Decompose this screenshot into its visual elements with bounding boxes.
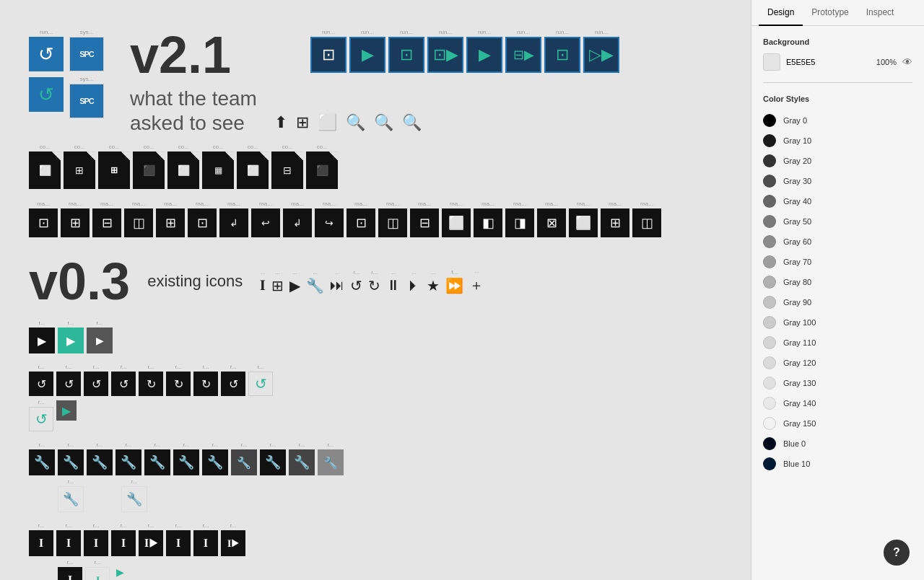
sel-icon-19[interactable]: ⊞ xyxy=(601,208,629,237)
color-style-gray20[interactable]: Gray 20 xyxy=(763,151,912,171)
inline-icon-replay[interactable]: ↺ xyxy=(350,277,362,294)
wrench-5[interactable]: 🔧 xyxy=(144,449,170,475)
ref-8[interactable]: ↺ xyxy=(221,372,245,396)
color-style-gray60[interactable]: Gray 60 xyxy=(763,232,912,252)
sel-icon-7[interactable]: ↲ xyxy=(219,208,248,237)
sel-icon-8[interactable]: ↩ xyxy=(251,208,280,237)
color-style-gray140[interactable]: Gray 140 xyxy=(763,393,912,413)
sel-icon-18[interactable]: ⬜ xyxy=(569,208,598,237)
visibility-toggle-icon[interactable]: 👁 xyxy=(902,56,912,68)
wrench-6[interactable]: 🔧 xyxy=(173,449,199,475)
run-icon-6[interactable]: ⊟▶ xyxy=(505,37,541,73)
file-icon-4[interactable]: ⬛ xyxy=(133,151,165,189)
tab-design[interactable]: Design xyxy=(759,0,803,26)
play-row1-2[interactable]: ▶ xyxy=(58,328,84,353)
color-style-gray150[interactable]: Gray 150 xyxy=(763,413,912,434)
tab-prototype[interactable]: Prototype xyxy=(803,0,857,26)
sel-icon-6[interactable]: ⊡ xyxy=(188,208,217,237)
frame-thumb-2[interactable]: SPC xyxy=(69,37,104,71)
wrench-2[interactable]: 🔧 xyxy=(58,449,84,475)
sel-icon-2[interactable]: ⊞ xyxy=(61,208,90,237)
wrench-3[interactable]: 🔧 xyxy=(87,449,113,475)
cur-2[interactable]: 𝐈 xyxy=(56,530,81,556)
file-icon-5[interactable]: ⬜ xyxy=(167,151,199,189)
color-style-gray50[interactable]: Gray 50 xyxy=(763,211,912,232)
help-button[interactable]: ? xyxy=(884,540,910,566)
sel-icon-4[interactable]: ◫ xyxy=(124,208,153,237)
ref-7[interactable]: ↻ xyxy=(193,372,218,396)
run-icon-7[interactable]: ⊡ xyxy=(544,37,580,73)
sel-icon-12[interactable]: ◫ xyxy=(378,208,407,237)
color-style-gray70[interactable]: Gray 70 xyxy=(763,252,912,272)
sel-icon-1[interactable]: ⊡ xyxy=(29,208,58,237)
frame-thumb-4[interactable]: SPC xyxy=(69,84,104,118)
inline-icon-wrench[interactable]: 🔧 xyxy=(306,277,324,294)
wrench-4[interactable]: 🔧 xyxy=(116,449,141,475)
color-style-gray0[interactable]: Gray 0 xyxy=(763,110,912,131)
ref-9[interactable]: ↺ xyxy=(248,372,273,396)
cur-sub2[interactable]: 𝐈 xyxy=(85,567,110,580)
background-color-hex[interactable]: E5E5E5 xyxy=(786,58,871,66)
color-style-blue0[interactable]: Blue 0 xyxy=(763,434,912,454)
file-icon-9[interactable]: ⬛ xyxy=(306,151,338,189)
sel-icon-17[interactable]: ⊠ xyxy=(537,208,566,237)
inline-icon-plus[interactable]: ＋ xyxy=(469,276,484,295)
wrench-teal2[interactable]: 🔧 xyxy=(121,486,147,512)
inline-icon-grid[interactable]: ⊞ xyxy=(271,277,284,294)
wrench-10[interactable]: 🔧 xyxy=(289,449,315,475)
inline-icon-playcircle[interactable]: ⏵ xyxy=(406,277,421,294)
ref-6[interactable]: ↻ xyxy=(166,372,191,396)
frame-thumb-3[interactable]: ↺ xyxy=(29,77,64,112)
cur-5[interactable]: 𝐈▶ xyxy=(139,530,163,556)
run-icon-1[interactable]: ⊡ xyxy=(310,37,346,73)
ref-extra2[interactable]: ▶ xyxy=(56,400,77,421)
color-style-gray90[interactable]: Gray 90 xyxy=(763,292,912,312)
cur-4[interactable]: 𝐈 xyxy=(111,530,136,556)
wrench-7[interactable]: 🔧 xyxy=(202,449,228,475)
file-icon-6[interactable]: ▦ xyxy=(202,151,234,189)
color-style-blue10[interactable]: Blue 10 xyxy=(763,454,912,474)
wrench-11[interactable]: 🔧 xyxy=(318,449,344,475)
sel-icon-20[interactable]: ◫ xyxy=(632,208,661,237)
run-icon-3[interactable]: ⊡ xyxy=(388,37,424,73)
run-icon-2[interactable]: ▶ xyxy=(349,37,385,73)
sel-icon-14[interactable]: ⬜ xyxy=(442,208,471,237)
color-style-gray120[interactable]: Gray 120 xyxy=(763,353,912,373)
ref-3[interactable]: ↺ xyxy=(84,372,108,396)
run-icon-8[interactable]: ▷▶ xyxy=(583,37,619,73)
ref-2[interactable]: ↺ xyxy=(56,372,81,396)
wrench-teal1[interactable]: 🔧 xyxy=(58,486,84,512)
sel-icon-9[interactable]: ↲ xyxy=(283,208,312,237)
inline-icon-skip[interactable]: ⏭ xyxy=(330,277,344,294)
wrench-8[interactable]: 🔧 xyxy=(231,449,257,475)
sel-icon-3[interactable]: ⊟ xyxy=(92,208,121,237)
play-row1-1[interactable]: ▶ xyxy=(29,328,55,353)
canvas-area[interactable]: run... ↺ sys... SPC ↺ sys... SP xyxy=(0,0,751,580)
color-style-gray10[interactable]: Gray 10 xyxy=(763,131,912,151)
background-opacity[interactable]: 100% xyxy=(876,58,897,66)
sel-icon-13[interactable]: ⊟ xyxy=(410,208,439,237)
wrench-9[interactable]: 🔧 xyxy=(260,449,286,475)
file-icon-2[interactable]: ⊞ xyxy=(64,151,95,189)
cur-3[interactable]: 𝐈 xyxy=(84,530,108,556)
inline-icon-pause[interactable]: ⏸ xyxy=(386,277,401,294)
play-row1-3[interactable]: ▶ xyxy=(87,328,113,353)
ref-4[interactable]: ↺ xyxy=(111,372,136,396)
sel-icon-10[interactable]: ↪ xyxy=(315,208,344,237)
wrench-1[interactable]: 🔧 xyxy=(29,449,55,475)
color-style-gray40[interactable]: Gray 40 xyxy=(763,191,912,211)
file-icon-7[interactable]: ⬜ xyxy=(237,151,269,189)
cur-6[interactable]: 𝐈 xyxy=(166,530,191,556)
inline-icon-star[interactable]: ★ xyxy=(427,277,440,294)
color-style-gray130[interactable]: Gray 130 xyxy=(763,373,912,393)
ref-1[interactable]: ↺ xyxy=(29,372,53,396)
ref-5[interactable]: ↻ xyxy=(139,372,163,396)
color-style-gray110[interactable]: Gray 110 xyxy=(763,333,912,353)
cur-8[interactable]: 𝐈▶ xyxy=(221,530,245,556)
inline-icon-ff[interactable]: ⏩ xyxy=(445,277,463,294)
file-icon-8[interactable]: ⊟ xyxy=(271,151,303,189)
color-style-gray80[interactable]: Gray 80 xyxy=(763,272,912,292)
sel-icon-16[interactable]: ◨ xyxy=(505,208,534,237)
cur-1[interactable]: 𝐈 xyxy=(29,530,53,556)
cur-sub1[interactable]: 𝐈 xyxy=(58,567,82,580)
